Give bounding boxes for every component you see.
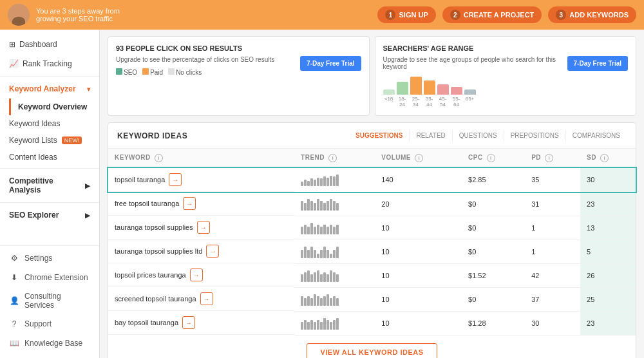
- keyword-ideas-tabs: SUGGESTIONSRELATEDQUESTIONSPREPOSITIONSC…: [349, 129, 627, 142]
- sidebar-chrome-extension[interactable]: ⬇ Chrome Extension: [0, 268, 99, 287]
- tab-related[interactable]: RELATED: [410, 129, 452, 142]
- table-row: topsoil prices tauranga→10$1.524226: [108, 263, 636, 287]
- sd-cell: 23: [580, 311, 636, 335]
- keyword-cell: screened topsoil tauranga→: [108, 287, 294, 311]
- settings-icon: ⚙: [9, 253, 19, 263]
- clicks-trial-button[interactable]: 7-Day Free Trial: [300, 56, 361, 71]
- keyword-arrow-button[interactable]: →: [206, 245, 219, 258]
- chevron-right-icon: ▶: [85, 182, 90, 189]
- cpc-cell: $1.28: [462, 311, 525, 335]
- trend-cell: [294, 287, 375, 311]
- consulting-icon: 👤: [9, 296, 19, 306]
- trend-cell: [294, 192, 375, 216]
- tab-comparisons[interactable]: COMPARISONS: [566, 129, 627, 142]
- signup-button[interactable]: 1 SIGN UP: [377, 6, 435, 23]
- seo-legend: SEO: [116, 68, 137, 76]
- sidebar-seo-explorer[interactable]: SEO Explorer ▶: [0, 205, 99, 225]
- sidebar-keyword-lists[interactable]: Keyword Lists NEW!: [9, 132, 99, 149]
- keyword-cell: bay topsoil tauranga→: [108, 311, 294, 335]
- keyword-cell: topsoil tauranga→: [108, 168, 294, 192]
- sidebar-support[interactable]: ? Support: [0, 314, 99, 334]
- table-row: tauranga topsoil supplies ltd→10$015: [108, 240, 636, 263]
- cpc-cell: $1.52: [462, 263, 525, 287]
- keyword-ideas-title: KEYWORD IDEAS: [117, 131, 349, 140]
- trend-cell: [294, 240, 375, 263]
- create-project-button[interactable]: 2 CREATE A PROJECT: [442, 6, 542, 23]
- sd-cell: 25: [580, 287, 636, 311]
- table-row: tauranga topsoil supplies→10$0113: [108, 216, 636, 240]
- no-clicks-legend: No clicks: [168, 68, 202, 76]
- cpc-cell: $0: [462, 240, 525, 263]
- sidebar-item-dashboard[interactable]: ⊞ Dashboard: [0, 35, 99, 54]
- pd-cell: 37: [525, 287, 580, 311]
- cpc-cell: $0: [462, 287, 525, 311]
- avatar: [8, 4, 30, 26]
- age-range-card: SEARCHERS' AGE RANGE Upgrade to see the …: [375, 36, 637, 116]
- sidebar: ⊞ Dashboard 📈 Rank Tracking Keyword Anal…: [0, 30, 100, 358]
- paid-legend: Paid: [142, 68, 163, 76]
- sidebar-knowledge-base[interactable]: 📖 Knowledge Base: [0, 334, 99, 353]
- keyword-ideas-table: KEYWORD i TREND i VOLUME i CPC: [108, 149, 636, 335]
- volume-cell: 20: [375, 192, 462, 216]
- tab-suggestions[interactable]: SUGGESTIONS: [349, 129, 410, 142]
- table-row: bay topsoil tauranga→10$1.283023: [108, 311, 636, 335]
- content-area: 93 PEOPLE CLICK ON SEO RESULTS Upgrade t…: [100, 30, 644, 358]
- add-keywords-button[interactable]: 3 ADD KEYWORDS: [548, 6, 636, 23]
- sidebar-item-rank-tracking[interactable]: 📈 Rank Tracking: [0, 54, 99, 73]
- keyword-arrow-button[interactable]: →: [183, 197, 196, 210]
- col-trend: TREND i: [294, 149, 375, 168]
- keyword-arrow-button[interactable]: →: [182, 316, 195, 329]
- tab-questions[interactable]: QUESTIONS: [453, 129, 504, 142]
- cards-row: 93 PEOPLE CLICK ON SEO RESULTS Upgrade t…: [100, 30, 644, 122]
- sd-cell: 5: [580, 240, 636, 263]
- sidebar-content-ideas[interactable]: Content Ideas: [9, 149, 99, 165]
- sd-cell: 13: [580, 216, 636, 240]
- rank-tracking-icon: 📈: [9, 59, 19, 68]
- volume-cell: 140: [375, 168, 462, 193]
- info-icon-cpc: i: [487, 154, 495, 162]
- sidebar-keyword-overview[interactable]: Keyword Overview: [9, 99, 99, 115]
- table-row: screened topsoil tauranga→10$03725: [108, 287, 636, 311]
- chevron-icon: ▾: [87, 86, 90, 93]
- sd-cell: 30: [580, 168, 636, 193]
- support-icon: ?: [9, 319, 19, 329]
- keyword-cell: tauranga topsoil supplies→: [108, 216, 294, 240]
- info-icon-pd: i: [545, 154, 553, 162]
- pd-cell: 30: [525, 311, 580, 335]
- age-trial-button[interactable]: 7-Day Free Trial: [567, 56, 628, 71]
- pd-cell: 1: [525, 216, 580, 240]
- cpc-cell: $2.85: [462, 168, 525, 193]
- banner-text: You are 3 steps away from growing your S…: [36, 7, 371, 23]
- keyword-arrow-button[interactable]: →: [200, 292, 213, 305]
- info-icon-keyword: i: [155, 154, 163, 162]
- age-card-title: SEARCHERS' AGE RANGE: [383, 44, 629, 52]
- col-keyword: KEYWORD i: [108, 149, 294, 168]
- sidebar-competitive-analysis[interactable]: Competitive Analysis ▶: [0, 171, 99, 200]
- pd-cell: 35: [525, 168, 580, 193]
- tab-prepositions[interactable]: PREPOSITIONS: [504, 129, 566, 142]
- col-pd: PD i: [525, 149, 580, 168]
- sidebar-keyword-ideas[interactable]: Keyword Ideas: [9, 115, 99, 132]
- volume-cell: 10: [375, 263, 462, 287]
- age-card-desc: Upgrade to see the age groups of people …: [383, 56, 561, 70]
- view-all-keywords-button[interactable]: VIEW ALL KEYWORD IDEAS: [307, 343, 437, 359]
- col-cpc: CPC i: [462, 149, 525, 168]
- chevron-right-icon-seo: ▶: [85, 212, 90, 219]
- keyword-cell: tauranga topsoil supplies ltd→: [108, 240, 294, 263]
- volume-cell: 10: [375, 287, 462, 311]
- keyword-arrow-button[interactable]: →: [197, 221, 210, 234]
- sidebar-settings[interactable]: ⚙ Settings: [0, 249, 99, 268]
- trend-cell: [294, 168, 375, 193]
- cpc-cell: $0: [462, 192, 525, 216]
- sidebar-consulting-services[interactable]: 👤 Consulting Services: [0, 287, 99, 314]
- pd-cell: 31: [525, 192, 580, 216]
- clicks-card: 93 PEOPLE CLICK ON SEO RESULTS Upgrade t…: [108, 36, 370, 116]
- keyword-arrow-button[interactable]: →: [169, 173, 182, 186]
- clicks-card-title: 93 PEOPLE CLICK ON SEO RESULTS: [116, 44, 361, 52]
- chrome-icon: ⬇: [9, 272, 19, 283]
- sidebar-keyword-analyzer[interactable]: Keyword Analyzer ▾: [0, 79, 99, 99]
- dashboard-icon: ⊞: [9, 40, 15, 49]
- col-volume: VOLUME i: [375, 149, 462, 168]
- keyword-arrow-button[interactable]: →: [190, 268, 203, 281]
- table-row: free topsoil tauranga→20$03123: [108, 192, 636, 216]
